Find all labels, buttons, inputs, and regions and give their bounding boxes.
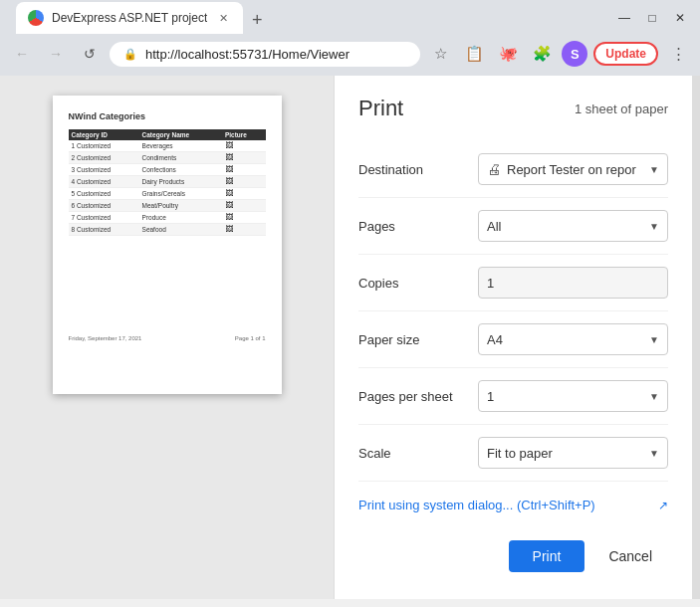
new-tab-button[interactable]: + <box>243 6 271 34</box>
print-title: Print <box>358 96 403 121</box>
pages-select[interactable]: All ▼ <box>478 210 668 242</box>
table-cell: 🖼 <box>222 200 266 212</box>
tab-close-button[interactable]: ✕ <box>215 10 231 26</box>
destination-arrow-icon: ▼ <box>649 164 659 175</box>
preview-pane: NWind Categories Category ID Category Na… <box>0 76 334 599</box>
reload-button[interactable]: ↺ <box>76 40 104 68</box>
col-header-id: Category ID <box>69 129 139 140</box>
paper-size-value: A4 <box>487 332 649 347</box>
sheet-count: 1 sheet of paper <box>575 101 668 116</box>
table-cell: 7 Customized <box>69 212 139 224</box>
paper-size-control: A4 ▼ <box>478 323 668 355</box>
paper-size-select[interactable]: A4 ▼ <box>478 323 668 355</box>
lock-icon: 🔒 <box>123 48 137 61</box>
paper-size-row: Paper size A4 ▼ <box>358 311 668 368</box>
minimize-button[interactable]: — <box>612 6 636 30</box>
destination-row: Destination 🖨 Report Tester on repor ▼ <box>358 141 668 198</box>
scale-arrow-icon: ▼ <box>649 448 659 459</box>
print-actions: Print Cancel <box>358 528 668 572</box>
copies-row: Copies 1 <box>358 255 668 311</box>
table-cell: 5 Customized <box>69 188 139 200</box>
profile-button[interactable]: S <box>562 41 587 67</box>
url-bar[interactable]: 🔒 http://localhost:55731/Home/Viewer <box>110 42 420 67</box>
close-button[interactable]: ✕ <box>668 6 692 30</box>
print-header: Print 1 sheet of paper <box>358 96 668 121</box>
pages-per-sheet-select[interactable]: 1 ▼ <box>478 380 668 412</box>
preview-footer: Friday, September 17, 2021 Page 1 of 1 <box>69 335 266 341</box>
pages-arrow-icon: ▼ <box>649 221 659 232</box>
footer-page: Page 1 of 1 <box>235 335 266 341</box>
cancel-button[interactable]: Cancel <box>592 540 668 572</box>
favicon-icon <box>28 10 44 26</box>
table-cell: 🖼 <box>222 140 266 152</box>
table-cell: 🖼 <box>222 188 266 200</box>
pages-per-sheet-value: 1 <box>487 389 649 404</box>
destination-control: 🖨 Report Tester on repor ▼ <box>478 153 668 185</box>
pages-control: All ▼ <box>478 210 668 242</box>
table-cell: Seafood <box>139 224 222 236</box>
update-button[interactable]: Update <box>593 42 658 66</box>
pages-per-sheet-label: Pages per sheet <box>358 389 478 404</box>
paper-size-arrow-icon: ▼ <box>649 334 659 345</box>
print-panel: Print 1 sheet of paper Destination 🖨 Rep… <box>334 76 692 599</box>
destination-select[interactable]: 🖨 Report Tester on repor ▼ <box>478 153 668 185</box>
pages-per-sheet-control: 1 ▼ <box>478 380 668 412</box>
paper-size-label: Paper size <box>358 332 478 347</box>
table-cell: 🖼 <box>222 224 266 236</box>
copies-value: 1 <box>487 276 494 291</box>
table-cell: Confections <box>139 164 222 176</box>
table-cell: 2 Customized <box>69 152 139 164</box>
extensions-icon[interactable]: 🧩 <box>528 40 556 68</box>
scrollbar[interactable] <box>692 76 700 599</box>
table-row: 3 CustomizedConfections🖼 <box>69 164 266 176</box>
footer-date: Friday, September 17, 2021 <box>69 335 142 341</box>
scale-row: Scale Fit to paper ▼ <box>358 425 668 482</box>
scale-label: Scale <box>358 446 478 461</box>
destination-label: Destination <box>358 162 478 177</box>
scale-select[interactable]: Fit to paper ▼ <box>478 437 668 469</box>
print-button[interactable]: Print <box>509 540 585 572</box>
col-header-pic: Picture <box>222 129 266 140</box>
pages-row: Pages All ▼ <box>358 198 668 255</box>
scale-value: Fit to paper <box>487 446 649 461</box>
forward-button[interactable]: → <box>42 40 70 68</box>
copies-label: Copies <box>358 276 478 291</box>
maximize-button[interactable]: □ <box>640 6 664 30</box>
browser-tab[interactable]: DevExpress ASP.NET project ✕ <box>16 2 243 34</box>
copies-control: 1 <box>478 267 668 299</box>
table-row: 4 CustomizedDairy Products🖼 <box>69 176 266 188</box>
table-cell: 4 Customized <box>69 176 139 188</box>
extension-icon2[interactable]: 🐙 <box>494 40 522 68</box>
pages-per-sheet-row: Pages per sheet 1 ▼ <box>358 368 668 425</box>
print-using-system-dialog[interactable]: Print using system dialog... (Ctrl+Shift… <box>358 482 668 528</box>
preview-table: Category ID Category Name Picture 1 Cust… <box>69 129 266 236</box>
window-controls: — □ ✕ <box>612 6 692 30</box>
print-using-label: Print using system dialog... (Ctrl+Shift… <box>358 498 595 512</box>
printer-icon: 🖨 <box>487 161 501 177</box>
url-text: http://localhost:55731/Home/Viewer <box>145 47 406 62</box>
preview-title: NWind Categories <box>69 111 266 121</box>
table-cell: 🖼 <box>222 176 266 188</box>
toolbar-icons: ☆ 📋 🐙 🧩 S Update ⋮ <box>426 40 692 68</box>
table-cell: 🖼 <box>222 152 266 164</box>
table-cell: Dairy Products <box>139 176 222 188</box>
pages-per-sheet-arrow-icon: ▼ <box>649 391 659 402</box>
table-row: 6 CustomizedMeat/Poultry🖼 <box>69 200 266 212</box>
table-row: 1 CustomizedBeverages🖼 <box>69 140 266 152</box>
external-link-icon: ↗ <box>658 499 668 512</box>
table-row: 2 CustomizedCondiments🖼 <box>69 152 266 164</box>
table-cell: Condiments <box>139 152 222 164</box>
address-bar: ← → ↺ 🔒 http://localhost:55731/Home/View… <box>0 36 700 76</box>
table-row: 8 CustomizedSeafood🖼 <box>69 224 266 236</box>
table-row: 7 CustomizedProduce🖼 <box>69 212 266 224</box>
page-preview: NWind Categories Category ID Category Na… <box>53 96 282 394</box>
table-cell: Beverages <box>139 140 222 152</box>
menu-icon[interactable]: ⋮ <box>664 40 692 68</box>
table-cell: 6 Customized <box>69 200 139 212</box>
extension-icon1[interactable]: 📋 <box>460 40 488 68</box>
table-cell: 1 Customized <box>69 140 139 152</box>
copies-input[interactable]: 1 <box>478 267 668 299</box>
back-button[interactable]: ← <box>8 40 36 68</box>
star-icon[interactable]: ☆ <box>426 40 454 68</box>
col-header-name: Category Name <box>139 129 222 140</box>
